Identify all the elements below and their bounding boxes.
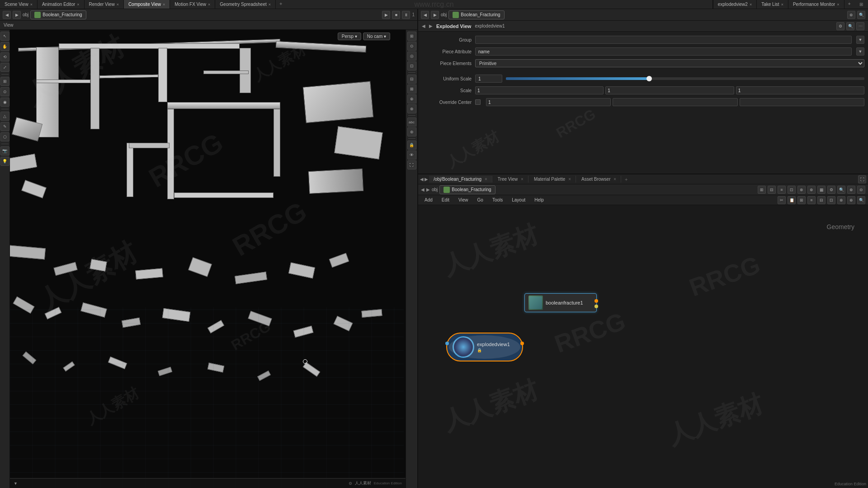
tab-geometry-spreadsheet[interactable]: Geometry Spreadsheet × bbox=[215, 0, 276, 9]
tab-add-right[interactable]: + bbox=[844, 0, 854, 9]
props-forward-icon[interactable]: ▶ bbox=[429, 23, 433, 28]
tab-close-obj-boolean[interactable]: × bbox=[485, 177, 487, 182]
node-explodedview1[interactable]: explodedview1 🔒 bbox=[446, 333, 523, 361]
tab-close-motion-fx[interactable]: × bbox=[208, 2, 210, 7]
tab-close-explodedview2[interactable]: × bbox=[750, 2, 752, 7]
tab-take-list[interactable]: Take List × bbox=[757, 0, 788, 9]
props-more-icon[interactable]: ⋯ bbox=[856, 22, 864, 30]
piece-attr-dropdown[interactable]: ▼ bbox=[856, 47, 864, 56]
node-input-dot[interactable] bbox=[445, 342, 449, 345]
light-tool[interactable]: 💡 bbox=[0, 157, 9, 166]
scale-x-input[interactable]: 1 bbox=[475, 86, 604, 94]
abc-tool[interactable]: abc bbox=[407, 117, 416, 127]
node-tab-add[interactable]: + bbox=[622, 176, 630, 183]
uniform-scale-slider[interactable] bbox=[506, 77, 864, 80]
obj-label-right[interactable]: obj bbox=[441, 12, 447, 17]
display-mode-2[interactable]: ⊙ bbox=[407, 42, 416, 51]
tab-close-performance-monitor[interactable]: × bbox=[837, 2, 839, 7]
piece-elements-select[interactable]: Primitive Point Vertex bbox=[475, 59, 864, 67]
override-center-checkbox[interactable] bbox=[475, 99, 481, 105]
node-forward-icon[interactable]: ▶ bbox=[425, 177, 428, 182]
group-input[interactable] bbox=[475, 36, 852, 44]
uniform-scale-input[interactable]: 1 bbox=[475, 75, 502, 83]
node-connect-icon[interactable]: ⊗ bbox=[837, 196, 845, 204]
persp-button[interactable]: Persp ▾ bbox=[338, 33, 361, 40]
transform-tool[interactable]: ⊞ bbox=[0, 77, 9, 86]
obj-label-left[interactable]: obj bbox=[23, 12, 28, 17]
menu-help[interactable]: Help bbox=[531, 197, 547, 203]
node-snap-icon[interactable]: ⊡ bbox=[827, 196, 835, 204]
node-booleanfracture1[interactable]: booleanfracture1 bbox=[524, 293, 597, 312]
pause-icon[interactable]: ⏸ bbox=[402, 11, 410, 19]
rotate-tool[interactable]: ⟲ bbox=[0, 52, 9, 61]
node-display-6[interactable]: ⊕ bbox=[807, 186, 816, 194]
snap-tool[interactable]: ◉ bbox=[0, 98, 9, 107]
menu-tools[interactable]: Tools bbox=[489, 197, 506, 203]
tab-close-scene-view[interactable]: × bbox=[30, 2, 33, 7]
node-display-1[interactable]: ⊞ bbox=[758, 186, 766, 194]
node-exploded-output-dot[interactable] bbox=[520, 342, 524, 345]
tab-close-render-view[interactable]: × bbox=[117, 2, 119, 7]
viewport-lock[interactable]: 🔒 bbox=[407, 141, 416, 150]
props-gear-icon[interactable]: ⚙ bbox=[836, 22, 844, 30]
node-display-3[interactable]: ≡ bbox=[778, 186, 786, 194]
move-tool[interactable]: ✋ bbox=[0, 42, 9, 51]
shading-render[interactable]: ⊗ bbox=[407, 104, 416, 113]
stop-icon[interactable]: ■ bbox=[392, 11, 400, 19]
node-nav-forward[interactable]: ▶ bbox=[426, 187, 430, 192]
node-cut-icon[interactable]: ✂ bbox=[778, 196, 786, 204]
shading-solid[interactable]: ⊟ bbox=[407, 75, 416, 84]
tab-material-palette[interactable]: Material Palette × bbox=[529, 176, 576, 183]
tab-add-left[interactable]: + bbox=[276, 0, 286, 9]
group-dropdown-icon[interactable]: ▼ bbox=[856, 36, 864, 44]
tab-explodedview2[interactable]: explodedview2 × bbox=[713, 0, 757, 9]
props-search-icon[interactable]: 🔍 bbox=[846, 22, 854, 30]
draw-tool[interactable]: △ bbox=[0, 112, 9, 121]
override-z-input[interactable] bbox=[740, 98, 864, 106]
nav-back-icon[interactable]: ◀ bbox=[3, 11, 11, 19]
tab-asset-browser[interactable]: Asset Browser × bbox=[577, 176, 621, 183]
display-mode-1[interactable]: ⊞ bbox=[407, 32, 416, 41]
pivot-tool[interactable]: ⊙ bbox=[0, 87, 9, 96]
tab-close-asset-browser[interactable]: × bbox=[613, 177, 616, 182]
override-y-input[interactable] bbox=[613, 98, 737, 106]
camera-nav-tool[interactable]: 📷 bbox=[0, 146, 9, 155]
node-back-icon[interactable]: ◀ bbox=[420, 177, 424, 182]
node-obj-label[interactable]: obj bbox=[432, 187, 438, 192]
node-search-icon[interactable]: 🔍 bbox=[837, 186, 845, 194]
viewport-eye[interactable]: 👁 bbox=[407, 150, 416, 160]
tab-obj-boolean[interactable]: /obj/Boolean_Fracturing × bbox=[429, 176, 492, 183]
menu-view[interactable]: View bbox=[455, 197, 472, 203]
node-grid-icon[interactable]: ⊞ bbox=[797, 196, 806, 204]
node-panel-maximize[interactable]: ⛶ bbox=[858, 175, 866, 183]
node-secondary-dot[interactable] bbox=[594, 305, 598, 308]
node-nav-back[interactable]: ◀ bbox=[421, 187, 425, 192]
menu-add[interactable]: Add bbox=[421, 197, 436, 203]
tab-close-material-palette[interactable]: × bbox=[568, 177, 571, 182]
display-mode-3[interactable]: ◎ bbox=[407, 52, 416, 61]
nav-forward-icon-right[interactable]: ▶ bbox=[431, 11, 439, 19]
viewport-maximize[interactable]: ⛶ bbox=[407, 160, 416, 169]
no-cam-button[interactable]: No cam ▾ bbox=[363, 33, 390, 40]
tab-render-view[interactable]: Render View × bbox=[85, 0, 124, 9]
shading-mat[interactable]: ⊕ bbox=[407, 94, 416, 103]
viewport-settings[interactable]: ⊛ bbox=[407, 127, 416, 136]
node-canvas[interactable]: 人人素材 RRCG 人人素材 RRCG 人人素材 Geometry bbox=[418, 205, 868, 488]
nav-back-icon-right[interactable]: ◀ bbox=[421, 11, 429, 19]
nav-forward-icon[interactable]: ▶ bbox=[13, 11, 21, 19]
menu-go[interactable]: Go bbox=[474, 197, 487, 203]
tab-tree-view[interactable]: Tree View × bbox=[493, 176, 528, 183]
node-search-bar[interactable]: 🔍 bbox=[857, 196, 865, 204]
node-list-icon[interactable]: ≡ bbox=[807, 196, 816, 204]
menu-layout[interactable]: Layout bbox=[508, 197, 529, 203]
search-icon[interactable]: 🔍 bbox=[857, 11, 865, 19]
node-display-2[interactable]: ⊟ bbox=[768, 186, 776, 194]
node-display-7[interactable]: ▦ bbox=[817, 186, 826, 194]
node-zoom-out[interactable]: ⊖ bbox=[857, 186, 865, 194]
window-controls[interactable]: ⊞ bbox=[854, 0, 868, 9]
tab-close-composite-view[interactable]: × bbox=[163, 2, 165, 7]
tab-scene-view[interactable]: Scene View × bbox=[0, 0, 38, 9]
geo-tool[interactable]: ⬡ bbox=[0, 132, 9, 141]
scale-y-input[interactable]: 1 bbox=[605, 86, 734, 94]
node-zoom-fit[interactable]: ⊕ bbox=[847, 196, 855, 204]
